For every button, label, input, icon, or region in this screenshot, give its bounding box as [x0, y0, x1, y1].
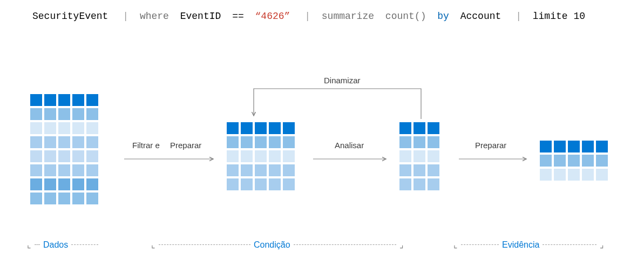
arrow-analyze-icon	[313, 156, 394, 164]
label-prepare: Preparar	[170, 141, 201, 150]
token-eq: ==	[232, 11, 244, 22]
section-condicao: ⌞ Condição ⌟	[151, 240, 404, 250]
label-prepare2: Preparar	[475, 141, 506, 150]
grid-evidence	[540, 141, 608, 181]
token-pipe: |	[123, 11, 128, 22]
token-where: where	[140, 11, 169, 22]
arrow-filter-icon	[124, 156, 221, 164]
section-dados-text: Dados	[43, 240, 68, 250]
section-dados: ⌞ Dados	[27, 240, 101, 250]
grid-condition-filter	[227, 122, 295, 190]
section-evidencia: ⌞ Evidência ⌟	[453, 240, 604, 250]
arrow-prepare-icon	[459, 156, 534, 164]
token-by: by	[437, 11, 449, 22]
token-table: SecurityEvent	[32, 11, 108, 22]
section-condicao-text: Condição	[254, 240, 290, 250]
grid-condition-analyze	[399, 122, 439, 190]
token-pipe: |	[304, 11, 310, 22]
kql-query-line: SecurityEvent | where EventID == “4626” …	[32, 11, 622, 22]
token-pipe: |	[516, 11, 521, 22]
label-pivot: Dinamizar	[324, 76, 361, 85]
grid-data	[30, 94, 98, 204]
diagram-stage: Filtrar e Preparar Analisar Dinamizar Pr…	[0, 65, 644, 260]
token-groupfield: Account	[460, 11, 501, 22]
token-limit: limite 10	[533, 11, 585, 22]
arrow-pivot-icon	[248, 85, 432, 123]
token-field: EventID	[180, 11, 221, 22]
label-analyze: Analisar	[335, 141, 364, 150]
label-filter: Filtrar e	[132, 141, 160, 150]
token-count: count()	[385, 11, 426, 22]
section-evidencia-text: Evidência	[502, 240, 539, 250]
token-summarize: summarize	[322, 11, 374, 22]
token-value: “4626”	[255, 11, 290, 22]
